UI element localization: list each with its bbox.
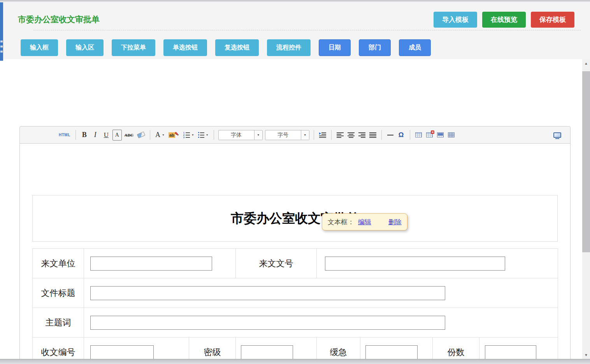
sliver-mark — [0, 40, 3, 42]
insert-table-icon — [415, 132, 422, 137]
table-cells-icon — [448, 132, 455, 137]
font-color-icon: A — [155, 131, 160, 139]
scroll-down-arrow[interactable]: ▼ — [582, 352, 590, 358]
chevron-down-icon: ▼ — [162, 134, 165, 136]
scroll-up-arrow[interactable]: ▲ — [582, 60, 590, 67]
toolbar-separator — [76, 130, 76, 140]
header-actions: 导入模板 在线预览 保存模板 — [434, 12, 574, 28]
page-title: 市委办公室收文审批单 — [18, 14, 100, 25]
cell-subject-words — [84, 308, 558, 338]
receipt-number-input[interactable] — [90, 345, 154, 359]
font-family-label: 字体 — [219, 130, 254, 140]
rich-text-editor: HTML B I U A ABC A▼ ab▼ 123 ▼ ▼ — [19, 126, 571, 364]
online-preview-button[interactable]: 在线预览 — [482, 12, 526, 28]
widget-button-flow-control[interactable]: 流程控件 — [267, 39, 311, 56]
doc-title-input[interactable] — [90, 286, 445, 300]
import-template-button[interactable]: 导入模板 — [434, 12, 477, 28]
ordered-list-icon: 123 — [183, 132, 190, 138]
cell-doc-title — [84, 278, 558, 308]
vertical-scrollbar[interactable]: ▲ ▼ — [582, 59, 590, 359]
widget-button-input-area[interactable]: 输入区 — [66, 39, 104, 56]
toolbar-separator — [410, 130, 410, 140]
font-color-button[interactable]: A▼ — [154, 130, 166, 141]
header: 市委办公室收文审批单 导入模板 在线预览 保存模板 输入框 输入区 下拉菜单 单… — [3, 2, 590, 59]
copies-input[interactable] — [485, 345, 536, 359]
delete-table-button[interactable] — [425, 130, 434, 141]
table-row: 文件标题 — [33, 278, 558, 308]
chevron-down-icon: ▼ — [191, 134, 194, 136]
bold-button[interactable]: B — [80, 130, 89, 141]
special-char-button[interactable]: Ω — [397, 130, 406, 141]
unordered-list-button[interactable]: ▼ — [197, 130, 210, 141]
widget-button-member[interactable]: 成员 — [399, 39, 431, 56]
tooltip-label: 文本框： — [328, 218, 354, 227]
textbox-edit-tooltip: 文本框： 编辑 删除 — [322, 213, 407, 230]
toolbar-separator — [214, 130, 214, 140]
scrollbar-thumb[interactable] — [582, 71, 590, 252]
ordered-list-button[interactable]: 123 ▼ — [182, 130, 195, 141]
align-justify-icon — [369, 132, 376, 138]
fullscreen-monitor-icon — [553, 132, 561, 138]
horizontal-rule-icon — [387, 135, 393, 135]
background-window-sliver — [0, 2, 3, 61]
window-bottom-edge — [0, 359, 590, 364]
table-cells-button[interactable] — [447, 130, 456, 141]
source-code-button[interactable]: HTML — [58, 130, 72, 141]
delete-link[interactable]: 删除 — [388, 218, 402, 227]
fullscreen-button[interactable] — [552, 130, 562, 141]
chevron-down-icon: ▼ — [301, 130, 309, 140]
unordered-list-icon — [198, 132, 204, 138]
align-left-button[interactable] — [335, 130, 345, 141]
quick-format-button[interactable]: A — [112, 130, 122, 141]
header-divider — [33, 30, 581, 30]
italic-button[interactable]: I — [91, 130, 100, 141]
chevron-down-icon: ▼ — [206, 134, 209, 136]
widget-button-dropdown-menu[interactable]: 下拉菜单 — [112, 39, 155, 56]
underline-button[interactable]: U — [102, 130, 111, 141]
font-size-select[interactable]: 字号 ▼ — [265, 130, 309, 140]
label-subject-words: 主题词 — [33, 308, 84, 338]
align-center-icon — [348, 132, 355, 138]
source-unit-input[interactable] — [90, 257, 212, 271]
cell-source-unit — [84, 249, 236, 278]
font-family-select[interactable]: 字体 ▼ — [218, 130, 263, 140]
editor-toolbar: HTML B I U A ABC A▼ ab▼ 123 ▼ ▼ — [19, 126, 571, 144]
widget-button-checkbox[interactable]: 复选按钮 — [215, 39, 259, 56]
save-template-button[interactable]: 保存模板 — [531, 12, 574, 28]
align-left-icon — [337, 132, 344, 138]
toolbar-separator — [150, 130, 150, 140]
doc-number-input[interactable] — [325, 257, 505, 271]
horizontal-rule-button[interactable] — [386, 130, 395, 141]
table-row: 主题词 — [33, 308, 558, 338]
delete-table-icon — [426, 132, 433, 137]
urgency-input[interactable] — [365, 345, 418, 359]
align-justify-button[interactable] — [368, 130, 378, 141]
widget-button-radio[interactable]: 单选按钮 — [163, 39, 207, 56]
highlight-color-icon: ab — [169, 132, 175, 138]
remove-format-button[interactable] — [136, 130, 146, 141]
label-source-unit: 来文单位 — [33, 249, 84, 278]
cell-doc-number — [317, 249, 558, 278]
align-center-button[interactable] — [346, 130, 356, 141]
align-right-button[interactable] — [357, 130, 367, 141]
edit-link[interactable]: 编辑 — [358, 218, 371, 227]
widget-button-date[interactable]: 日期 — [319, 39, 351, 56]
font-size-label: 字号 — [265, 130, 301, 140]
sliver-mark — [0, 51, 3, 53]
strikethrough-button[interactable]: ABC — [123, 130, 135, 141]
main-panel: HTML B I U A ABC A▼ ab▼ 123 ▼ ▼ — [3, 59, 590, 359]
widget-button-department[interactable]: 部门 — [359, 39, 391, 56]
toolbar-separator — [381, 130, 382, 140]
subject-words-input[interactable] — [90, 316, 445, 330]
insert-table-button[interactable] — [414, 130, 423, 141]
form-table: 来文单位 来文文号 文件标题 主题词 — [32, 248, 558, 364]
widget-button-input-box[interactable]: 输入框 — [21, 39, 58, 56]
form-title-box: 市委办公室收文审批单 — [32, 195, 558, 242]
table-properties-button[interactable] — [436, 130, 445, 141]
align-right-icon — [358, 132, 365, 138]
editor-content[interactable]: 市委办公室收文审批单 来文单位 来文文号 — [19, 144, 571, 364]
highlight-color-button[interactable]: ab▼ — [167, 130, 181, 141]
secrecy-level-input[interactable] — [241, 345, 293, 359]
widget-toolbar: 输入框 输入区 下拉菜单 单选按钮 复选按钮 流程控件 日期 部门 成员 — [21, 39, 431, 56]
indent-button[interactable] — [318, 130, 327, 141]
